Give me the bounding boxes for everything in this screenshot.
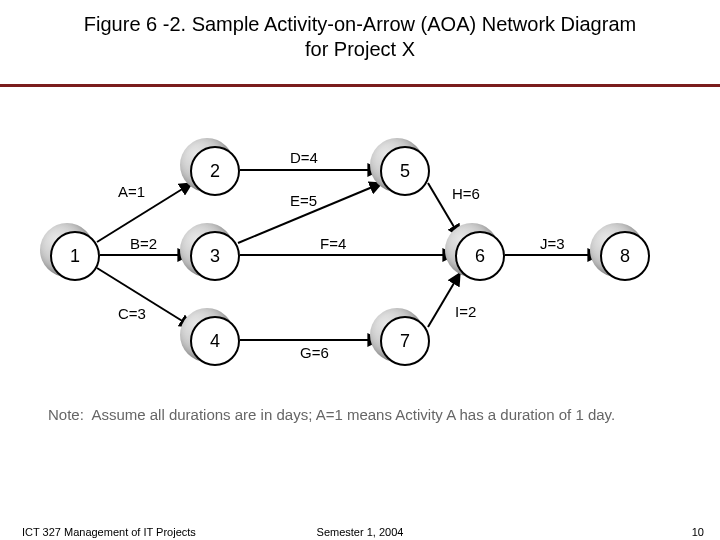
figure-title: Figure 6 -2. Sample Activity-on-Arrow (A… bbox=[0, 12, 720, 62]
arc-label-C: C=3 bbox=[118, 305, 146, 322]
arc-label-A: A=1 bbox=[118, 183, 145, 200]
title-rule bbox=[0, 84, 720, 87]
node-7-label: 7 bbox=[400, 331, 410, 352]
note-body: Assume all durations are in days; A=1 me… bbox=[91, 406, 615, 423]
node-1-label: 1 bbox=[70, 246, 80, 267]
arc-label-F: F=4 bbox=[320, 235, 346, 252]
arc-label-I: I=2 bbox=[455, 303, 476, 320]
node-2-label: 2 bbox=[210, 161, 220, 182]
arc-label-H: H=6 bbox=[452, 185, 480, 202]
title-line2: for Project X bbox=[305, 38, 415, 60]
node-4-label: 4 bbox=[210, 331, 220, 352]
arc-label-J: J=3 bbox=[540, 235, 565, 252]
arc-label-D: D=4 bbox=[290, 149, 318, 166]
footer-right: 10 bbox=[692, 526, 704, 538]
arc-label-E: E=5 bbox=[290, 192, 317, 209]
title-line1: Figure 6 -2. Sample Activity-on-Arrow (A… bbox=[84, 13, 636, 35]
footer-center: Semester 1, 2004 bbox=[0, 526, 720, 538]
arc-label-B: B=2 bbox=[130, 235, 157, 252]
aoa-diagram: A=1 B=2 C=3 D=4 E=5 F=4 G=6 H=6 I=2 J=3 … bbox=[0, 105, 720, 415]
slide: Figure 6 -2. Sample Activity-on-Arrow (A… bbox=[0, 0, 720, 540]
node-3-label: 3 bbox=[210, 246, 220, 267]
node-5-label: 5 bbox=[400, 161, 410, 182]
node-6-label: 6 bbox=[475, 246, 485, 267]
arc-label-G: G=6 bbox=[300, 344, 329, 361]
note-text: Note: Assume all durations are in days; … bbox=[48, 405, 648, 425]
note-label: Note: bbox=[48, 406, 84, 423]
node-8-label: 8 bbox=[620, 246, 630, 267]
